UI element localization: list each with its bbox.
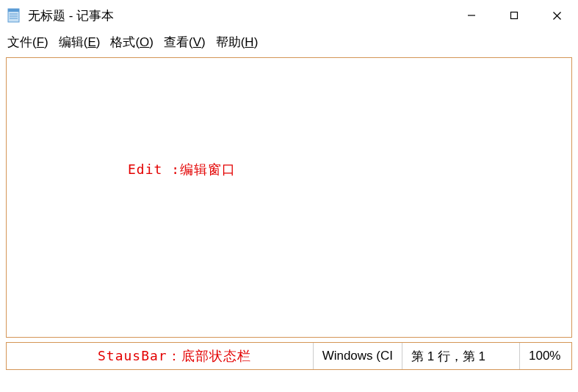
menu-format[interactable]: 格式(O) [110, 34, 153, 51]
menubar: 文件(F) 编辑(E) 格式(O) 查看(V) 帮助(H) [0, 31, 578, 53]
editor-annotation-label: Edit :编辑窗口 [128, 161, 236, 178]
window-title: 无标题 - 记事本 [28, 7, 450, 24]
minimize-button[interactable] [450, 0, 493, 31]
menu-view[interactable]: 查看(V) [164, 34, 206, 51]
menu-edit[interactable]: 编辑(E) [59, 34, 101, 51]
menu-help[interactable]: 帮助(H) [216, 34, 259, 51]
statusbar: StausBar：底部状态栏 Windows (CI 第 1 行，第 1 100… [6, 342, 572, 370]
maximize-button[interactable] [493, 0, 535, 31]
menu-file[interactable]: 文件(F) [7, 34, 48, 51]
statusbar-zoom: 100% [520, 343, 571, 369]
svg-rect-6 [511, 12, 518, 19]
text-editor[interactable]: Edit :编辑窗口 [6, 57, 572, 338]
window-controls [450, 0, 578, 31]
notepad-icon [6, 7, 22, 23]
statusbar-encoding: Windows (CI [314, 343, 402, 369]
statusbar-position: 第 1 行，第 1 [402, 343, 520, 369]
svg-rect-1 [8, 9, 19, 12]
statusbar-annotation-label: StausBar：底部状态栏 [7, 343, 314, 369]
titlebar: 无标题 - 记事本 [0, 0, 578, 31]
close-button[interactable] [535, 0, 578, 31]
